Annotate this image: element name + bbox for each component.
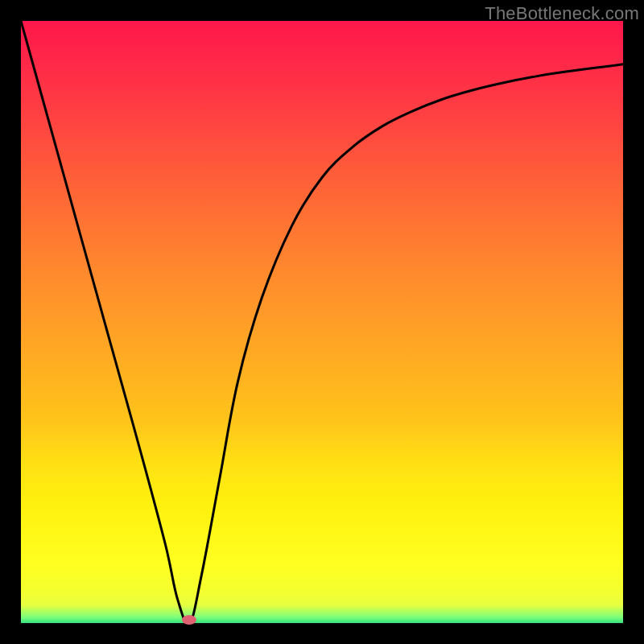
- bottleneck-minimum-marker: [182, 615, 196, 625]
- chart-frame: TheBottleneck.com: [0, 0, 644, 644]
- chart-plot-area: [21, 21, 623, 623]
- bottleneck-curve: [21, 21, 623, 623]
- chart-svg: [21, 21, 623, 623]
- watermark-text: TheBottleneck.com: [485, 3, 639, 24]
